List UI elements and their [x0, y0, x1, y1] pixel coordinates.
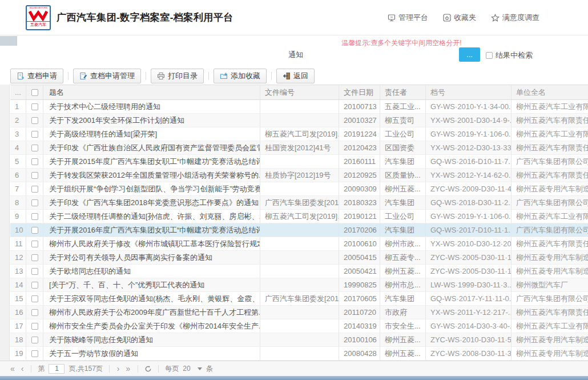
page-size-value: 20	[183, 365, 190, 373]
table-row[interactable]: 15关于王宗双等同志任免职的通知(杨杰、毛永刚、黄银辉、金霞、...广西汽车集团…	[10, 292, 588, 306]
row-checkbox[interactable]	[31, 117, 38, 124]
table-row[interactable]: 3关于高级经理聘任的通知[梁开荣]柳五菱汽工司发[2019]...2019122…	[10, 127, 588, 141]
cell-org-name: 柳州五菱汽车有限责任...	[512, 237, 588, 250]
table-row[interactable]: 12关于对公司有关领导人员因事离岗实行备案的通知20050415柳五菱专...Z…	[10, 251, 588, 265]
table-row[interactable]: 17柳州市安全生产委员会办公室关于印发《柳州市2014年安全生产...20140…	[10, 319, 588, 333]
header-doc-number[interactable]: 文件编号	[260, 85, 339, 99]
header-archive-number[interactable]: 档号	[426, 85, 512, 99]
search-more-button[interactable]: ...	[459, 47, 480, 62]
row-checkbox[interactable]	[31, 103, 38, 110]
table-row[interactable]: 1关于技术中心二级经理聘用的通知20100713五菱工业...GY-WS·201…	[10, 100, 588, 114]
row-number: 18	[10, 333, 26, 346]
link-favorites[interactable]: 收藏夹	[443, 13, 476, 23]
row-number: 9	[10, 210, 26, 223]
cell-author: 柳州市政...	[380, 237, 426, 250]
cell-title: 关于印发《广西壮族自治区人民政府国有资产监督管理委员会监管...	[43, 141, 260, 154]
monitor-icon	[388, 14, 396, 22]
back-button[interactable]: 返回	[276, 69, 315, 83]
row-checkbox[interactable]	[31, 158, 38, 165]
header-title[interactable]: 题名	[43, 85, 260, 99]
row-checkbox[interactable]	[31, 172, 38, 179]
header-doc-date[interactable]: 文件日期	[339, 85, 380, 99]
link-satisfaction-survey[interactable]: 满意度调查	[491, 13, 539, 23]
table-row[interactable]: 8关于印发《广西汽车集团2018年党委意识形态工作要点》的通知广西汽车集团委发[…	[10, 196, 588, 210]
cell-title: 关于组织开展“争创学习创新型团队、争当学习创新能手”劳动竞赛...	[43, 182, 260, 195]
table-row[interactable]: 14[关于“万、千、百、十、个”优秀职工代表的通知19990825柳州市总...…	[10, 278, 588, 292]
cell-title: 关于王宗双等同志任免职的通知(杨杰、毛永刚、黄银辉、金霞、...	[43, 292, 260, 305]
cell-title: 关于印发《广西汽车集团2018年党委意识形态工作要点》的通知	[43, 196, 260, 209]
row-number: 4	[10, 141, 26, 154]
row-number: 19	[10, 347, 26, 360]
row-checkbox[interactable]	[31, 199, 38, 206]
cell-author: 柳五菱专...	[380, 251, 426, 264]
table-row[interactable]: 18关于陈晓峰等同志任免职的通知20100106柳州五菱...ZYC-WS·20…	[10, 333, 588, 347]
table-row[interactable]: 4关于印发《广西壮族自治区人民政府国有资产监督管理委员会监管...桂国资发[20…	[10, 141, 588, 155]
prev-page-button[interactable]: ‹	[20, 365, 25, 373]
row-checkbox[interactable]	[31, 350, 38, 357]
row-checkbox[interactable]	[31, 323, 38, 330]
table-row[interactable]: 9关于二级经理聘任调整的通知[孙信虎、许振、刘克丽、房启彬、...柳五菱汽工司发…	[10, 210, 588, 223]
table-row[interactable]: 7关于组织开展“争创学习创新型团队、争当学习创新能手”劳动竞赛...200903…	[10, 182, 588, 196]
toolbar-button-label: 打印目录	[168, 71, 198, 81]
toolbar-button-label: 查档申请	[27, 71, 57, 81]
row-checkbox[interactable]	[31, 254, 38, 261]
table-row[interactable]: 10关于开展2016年度广西汽车集团女职工“巾帼建功”竞赛活动总结评...201…	[10, 223, 588, 237]
row-checkbox[interactable]	[31, 227, 38, 234]
first-page-button[interactable]: «	[9, 365, 16, 373]
header-org-name[interactable]: 单位全名	[512, 85, 588, 99]
search-in-results-checkbox[interactable]	[486, 52, 493, 59]
row-checkbox[interactable]	[31, 309, 38, 316]
row-checkbox[interactable]	[31, 268, 38, 275]
row-checkbox[interactable]	[31, 241, 38, 247]
toolbar-divider	[271, 72, 272, 80]
cell-doc-number: 柳五菱汽工司发[2019]...	[260, 210, 339, 223]
cell-archive-number: GY-WS·2010-Y-1·34-00...	[426, 100, 512, 113]
cell-org-name: 柳州五菱汽车有限责任...	[512, 169, 588, 182]
page-size-select[interactable]: 20	[183, 365, 202, 373]
cell-org-name: 柳州五菱专用汽车制造...	[512, 347, 588, 360]
row-checkbox-cell	[26, 237, 43, 250]
table-row[interactable]: 2关于下发2001年安全环保工作计划的通知20010327柳五责司YX-WS·2…	[10, 114, 588, 127]
table-row[interactable]: 6关于转发我区荣获2012年全国质量管理小组活动有关荣誉称号的...桂质协字[2…	[10, 169, 588, 182]
page-number-input[interactable]	[49, 364, 65, 374]
table-row[interactable]: 11柳州市人民政府关于修改《柳州市城镇职工基本医疗保险暂行规定...201006…	[10, 237, 588, 251]
table-row[interactable]: 5关于开展2015年度广西汽车集团女职工“巾帼建功”竞赛活动总结评...2016…	[10, 155, 588, 169]
cell-doc-date: 20110720	[339, 306, 380, 319]
apply-archive-button[interactable]: 查档申请	[10, 69, 63, 83]
search-input[interactable]	[288, 49, 437, 61]
next-page-button[interactable]: ›	[116, 365, 121, 373]
bottom-window-bar	[0, 376, 588, 380]
row-checkbox[interactable]	[31, 337, 38, 343]
row-checkbox[interactable]	[31, 282, 38, 289]
star-icon	[491, 14, 500, 22]
row-checkbox[interactable]	[31, 145, 38, 151]
cell-org-name: 柳州五菱汽车有限责任...	[512, 306, 588, 319]
row-checkbox[interactable]	[31, 213, 38, 220]
table-row[interactable]: 19关于五一劳动节放假的通知20080428柳州五菱...ZYC-WS·2008…	[10, 347, 588, 361]
cell-title: 关于对公司有关领导人员因事离岗实行备案的通知	[43, 251, 260, 264]
cell-author: 汽车集团	[380, 292, 426, 305]
cell-doc-date: 20170605	[339, 292, 380, 305]
cell-author: 工业公司	[380, 210, 426, 223]
wuling-w-icon	[28, 10, 49, 21]
table-body: 1关于技术中心二级经理聘用的通知20100713五菱工业...GY-WS·201…	[10, 100, 588, 361]
link-admin-platform[interactable]: 管理平台	[388, 13, 428, 23]
add-favorite-button[interactable]: 添加收藏	[214, 69, 267, 83]
last-page-button[interactable]: »	[125, 365, 132, 373]
row-checkbox[interactable]	[31, 186, 38, 193]
doc-apply-icon	[17, 72, 25, 80]
cell-org-name: 柳州微型汽车厂	[512, 278, 588, 291]
cell-doc-number	[260, 278, 339, 291]
refresh-button[interactable]	[144, 365, 152, 373]
manage-archive-apply-button[interactable]: 查档申请管理	[73, 69, 141, 83]
cell-doc-number: 柳五菱汽工司发[2019]...	[260, 127, 339, 141]
cell-title: 关于下发2001年安全环保工作计划的通知	[43, 114, 260, 127]
header-author[interactable]: 责任者	[380, 85, 426, 99]
select-all-checkbox[interactable]	[31, 89, 38, 96]
cell-doc-date: 20100713	[339, 100, 380, 113]
table-row[interactable]: 16柳州市人民政府关于公布2009年度广西新世纪十百千人才工程第...20110…	[10, 306, 588, 319]
print-catalog-button[interactable]: 打印目录	[151, 69, 204, 83]
row-checkbox[interactable]	[31, 131, 38, 138]
table-row[interactable]: 13关于欧培同志任职的通知20050421柳州五菱...ZYC-WS·2005-…	[10, 265, 588, 278]
row-checkbox[interactable]	[31, 295, 38, 302]
